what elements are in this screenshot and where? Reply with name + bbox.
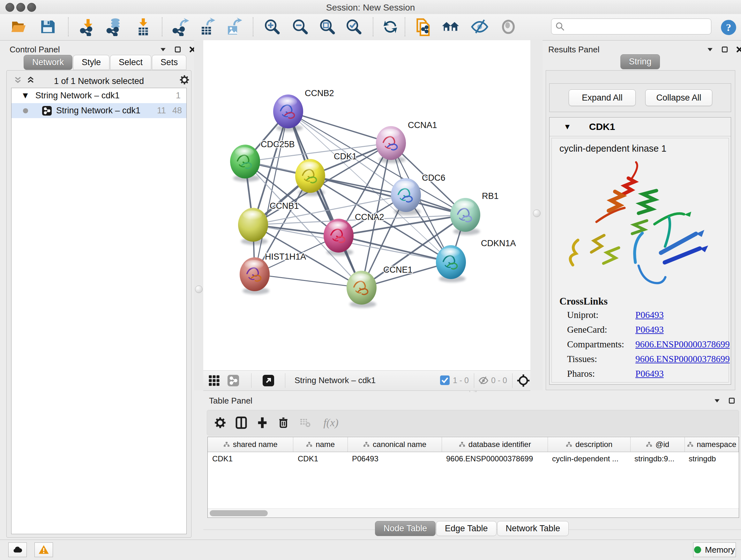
column-header-@id[interactable]: @id [630, 437, 685, 452]
table-cell[interactable]: CDK1 [293, 452, 347, 466]
network-view-canvas[interactable]: CCNB2 CCNA1 CDC25B CDK1 CDC6 RB1 CCNB1 C… [203, 40, 530, 370]
horizontal-scrollbar[interactable] [208, 508, 739, 517]
table-cell[interactable]: P06493 [347, 452, 442, 466]
node-CDC6[interactable] [391, 178, 421, 215]
zoom-fit-icon[interactable] [318, 17, 337, 37]
node-CCNB2[interactable] [273, 95, 303, 132]
open-session-icon[interactable] [9, 17, 29, 37]
import-table-icon[interactable] [133, 17, 153, 37]
node-result-header[interactable]: ▼ CDK1 [549, 118, 731, 136]
crosslink-link[interactable]: 9606.ENSP00000378699 [635, 339, 730, 350]
node-CDC25B[interactable] [230, 145, 260, 182]
node-CDK1[interactable] [295, 159, 325, 196]
tab-node-table[interactable]: Node Table [375, 521, 435, 536]
show-all-icon[interactable] [498, 17, 518, 37]
tab-select[interactable]: Select [110, 55, 151, 70]
crosslink-link[interactable]: P06493 [635, 310, 664, 320]
table-cell[interactable]: stringdb:9... [630, 452, 684, 466]
edge-CCNB2-CCNA1[interactable] [288, 111, 391, 143]
tab-network-table[interactable]: Network Table [497, 521, 569, 536]
delete-column-icon[interactable] [275, 414, 292, 431]
collection-expander-icon[interactable]: ▼ [21, 91, 30, 101]
tab-sets[interactable]: Sets [152, 55, 186, 70]
collapse-all-button[interactable]: Collapse All [645, 89, 712, 106]
node-CCNB1[interactable] [238, 208, 268, 245]
hide-selected-icon[interactable] [470, 17, 489, 37]
table-header-row: shared namenamecanonical namedatabase id… [208, 437, 739, 452]
cloud-status-button[interactable] [8, 543, 27, 557]
edge-CCNB2-HIST1H1A[interactable] [255, 111, 288, 274]
node-CDKN1A[interactable] [436, 245, 466, 282]
close-panel-icon[interactable] [734, 44, 741, 55]
search-field[interactable] [551, 18, 711, 35]
table-options-gear-icon[interactable] [212, 414, 229, 431]
clone-network-icon[interactable] [414, 17, 433, 37]
column-header-namespace[interactable]: namespace [685, 437, 739, 452]
tab-style[interactable]: Style [73, 55, 110, 70]
left-splitter-handle[interactable] [195, 286, 203, 293]
export-network-icon[interactable] [171, 17, 191, 37]
save-session-icon[interactable] [38, 17, 57, 37]
column-header-canonical-name[interactable]: canonical name [348, 437, 442, 452]
node-HIST1H1A[interactable] [240, 257, 270, 294]
left-splitter[interactable] [194, 40, 203, 390]
search-input[interactable] [567, 20, 709, 32]
selected-checkbox-icon[interactable] [440, 375, 450, 385]
open-in-window-icon[interactable] [263, 375, 274, 386]
export-table-icon[interactable] [197, 17, 217, 37]
import-network-database-icon[interactable] [105, 17, 125, 37]
crosslink-link[interactable]: P06493 [635, 324, 664, 335]
table-cell[interactable]: stringdb [684, 452, 738, 466]
birds-eye-view-icon[interactable] [517, 374, 530, 387]
node-CCNA2[interactable] [324, 219, 354, 256]
hidden-eye-icon[interactable] [478, 375, 488, 386]
first-neighbors-icon[interactable] [441, 17, 461, 37]
grid-view-icon[interactable] [208, 375, 220, 386]
edge-count: 48 [172, 106, 182, 116]
crosslink-link[interactable]: P06493 [635, 368, 664, 379]
column-header-description[interactable]: description [548, 437, 630, 452]
warning-status-button[interactable] [35, 543, 53, 557]
table-row[interactable]: CDK1CDK1P064939606.ENSP00000378699cyclin… [208, 452, 739, 466]
scrollbar-thumb[interactable] [210, 510, 268, 516]
network-row-selected[interactable]: String Network – cdk1 11 48 [11, 103, 186, 118]
entry-expander-icon[interactable]: ▼ [563, 122, 571, 131]
edge-CCNA2-CDKN1A[interactable] [339, 236, 451, 262]
table-cell[interactable]: cyclin-dependent ... [548, 452, 630, 466]
float-panel-icon[interactable] [704, 44, 716, 55]
results-panel-title: Results Panel [548, 45, 599, 55]
tab-edge-table[interactable]: Edge Table [436, 521, 496, 536]
column-header-database-identifier[interactable]: database identifier [442, 437, 548, 452]
maximize-panel-icon[interactable] [726, 395, 737, 406]
column-header-name[interactable]: name [293, 437, 348, 452]
show-columns-icon[interactable] [232, 414, 250, 431]
memory-button[interactable]: Memory [693, 543, 736, 557]
network-collection-row[interactable]: ▼ String Network – cdk1 1 [11, 88, 186, 103]
zoom-out-icon[interactable] [290, 17, 310, 37]
maximize-panel-icon[interactable] [719, 44, 730, 55]
node-CCNA1[interactable] [376, 126, 406, 163]
add-column-icon[interactable] [254, 414, 271, 431]
node-CCNE1[interactable] [347, 271, 377, 308]
help-icon[interactable]: ? [719, 17, 738, 38]
right-splitter-handle[interactable] [533, 209, 541, 217]
float-panel-icon[interactable] [158, 44, 169, 55]
share-network-icon[interactable] [227, 375, 239, 386]
edge-HIST1H1A-CCNE1[interactable] [255, 274, 361, 288]
tab-string[interactable]: String [620, 54, 660, 69]
table-cell[interactable]: CDK1 [208, 452, 293, 466]
zoom-in-icon[interactable] [262, 17, 282, 37]
table-cell[interactable]: 9606.ENSP00000378699 [442, 452, 548, 466]
maximize-panel-icon[interactable] [172, 44, 183, 55]
column-header-shared-name[interactable]: shared name [208, 437, 293, 452]
float-panel-icon[interactable] [712, 395, 723, 406]
refresh-icon[interactable] [381, 17, 400, 37]
zoom-selected-icon[interactable] [344, 17, 364, 37]
import-network-file-icon[interactable] [78, 17, 98, 37]
crosslink-link[interactable]: 9606.ENSP00000378699 [635, 354, 730, 364]
export-image-icon[interactable] [223, 17, 243, 37]
node-RB1[interactable] [450, 198, 480, 235]
network-options-gear-icon[interactable] [179, 74, 190, 85]
expand-all-button[interactable]: Expand All [569, 89, 636, 106]
tab-network[interactable]: Network [23, 55, 72, 70]
